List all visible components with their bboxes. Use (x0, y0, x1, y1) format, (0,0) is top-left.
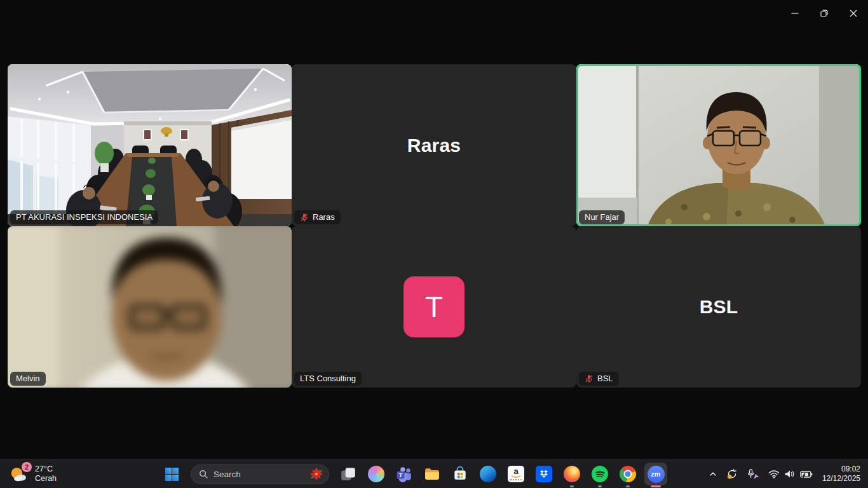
tray-mic-location-button[interactable] (742, 461, 764, 487)
nur-fajar-video (576, 64, 861, 226)
taskbar-app-firefox[interactable] (559, 460, 585, 488)
task-view-icon (340, 466, 356, 482)
amazon-smile (511, 475, 521, 478)
taskbar-app-amazon[interactable]: a (503, 460, 529, 488)
tile-lts-consulting[interactable]: T LTS Consulting (292, 226, 576, 388)
svg-text:T: T (399, 472, 403, 478)
participant-name-label: PT AKURASI INSPEKSI INDONESIA (10, 210, 158, 224)
microphone-location-icon (747, 469, 759, 480)
taskbar-app-dropbox[interactable] (531, 460, 557, 488)
chrome-icon (620, 466, 636, 482)
windows-logo-icon (165, 467, 179, 482)
battery-icon (800, 470, 813, 478)
taskbar-app-zoom[interactable]: zm (643, 460, 668, 488)
taskbar-app-copilot[interactable] (363, 460, 389, 488)
active-running-indicator (651, 485, 661, 487)
taskbar-clock[interactable]: 09:02 12/12/2025 (817, 464, 867, 484)
taskbar-app-spotify[interactable] (587, 460, 613, 488)
taskbar: 2 27°C Cerah (0, 459, 868, 488)
chevron-up-icon (709, 470, 717, 478)
tile-melvin[interactable]: Melvin (8, 226, 292, 388)
taskbar-app-teams[interactable]: T (391, 460, 417, 488)
minimize-button[interactable] (780, 3, 810, 24)
participant-name-text: Raras (313, 213, 335, 222)
muted-mic-icon (300, 213, 309, 222)
microsoft-store-icon (452, 466, 468, 482)
amazon-letter: a (513, 468, 518, 475)
volume-icon (785, 470, 795, 478)
zoom-active-background: zm (644, 463, 667, 485)
tile-raras[interactable]: Raras Raras (292, 64, 576, 226)
search-icon (199, 470, 208, 479)
lts-avatar: T (403, 276, 465, 337)
amazon-icon: a (508, 466, 524, 482)
muted-mic-icon (585, 374, 593, 383)
clock-time: 09:02 (822, 464, 860, 474)
meeting-room-video (8, 64, 292, 226)
firefox-icon (564, 466, 580, 482)
tray-network-volume-battery-button[interactable] (764, 461, 817, 487)
zoom-icon-text: zm (651, 470, 660, 478)
participant-name-label: LTS Consulting (294, 372, 362, 386)
taskbar-app-task-view[interactable] (336, 460, 361, 488)
participant-name-text: Melvin (16, 374, 40, 383)
tile-nur-fajar[interactable]: Nur Fajar (576, 64, 861, 226)
restore-icon (819, 8, 829, 18)
participant-name-text: PT AKURASI INSPEKSI INDONESIA (16, 213, 153, 222)
restore-button[interactable] (810, 3, 839, 24)
poinsettia-flower-icon (309, 467, 323, 481)
running-indicator (570, 485, 574, 487)
file-explorer-icon (424, 466, 440, 482)
participant-name-text: LTS Consulting (300, 374, 356, 383)
weather-badge: 2 (22, 462, 32, 472)
avatar-initial: T (425, 290, 443, 324)
participant-name-label: Raras (294, 210, 341, 224)
tile-bsl[interactable]: BSL BSL (576, 226, 861, 388)
search-input[interactable] (214, 470, 304, 479)
window-controls (780, 3, 868, 24)
amazon-dots (510, 479, 522, 481)
taskbar-search[interactable] (191, 464, 329, 484)
participant-name-text: Nur Fajar (585, 213, 619, 222)
weather-temperature: 27°C (35, 464, 57, 474)
sync-icon (726, 468, 738, 480)
copilot-icon (368, 466, 384, 482)
clock-date: 12/12/2025 (822, 474, 860, 484)
running-indicator (598, 485, 602, 487)
participant-display-name: BSL (576, 226, 861, 388)
tile-pt-akurasi[interactable]: PT AKURASI INSPEKSI INDONESIA (8, 64, 292, 226)
video-grid: PT AKURASI INSPEKSI INDONESIA Raras Rara… (8, 64, 861, 388)
melvin-video (8, 226, 292, 388)
weather-condition: Cerah (35, 474, 57, 484)
participant-name-label: BSL (579, 372, 619, 386)
edge-icon (480, 466, 496, 482)
dropbox-icon (536, 466, 552, 482)
taskbar-app-file-explorer[interactable] (419, 460, 445, 488)
participant-display-name: Raras (292, 64, 576, 226)
taskbar-app-microsoft-store[interactable] (447, 460, 473, 488)
taskbar-app-edge[interactable] (475, 460, 501, 488)
zoom-icon: zm (648, 466, 665, 483)
running-indicator (626, 485, 630, 487)
tray-chevron-button[interactable] (704, 461, 722, 487)
minimize-icon (790, 8, 800, 18)
spotify-icon (592, 466, 608, 482)
close-icon (848, 8, 858, 18)
teams-icon: T (396, 466, 412, 482)
close-button[interactable] (839, 3, 868, 24)
participant-name-label: Nur Fajar (579, 210, 625, 224)
tray-sync-button[interactable] (722, 461, 742, 487)
taskbar-app-chrome[interactable] (615, 460, 641, 488)
weather-widget[interactable]: 2 27°C Cerah (5, 459, 60, 488)
wifi-icon (768, 470, 780, 478)
start-button[interactable] (159, 460, 184, 488)
participant-name-label: Melvin (10, 372, 46, 386)
participant-name-text: BSL (597, 374, 613, 383)
